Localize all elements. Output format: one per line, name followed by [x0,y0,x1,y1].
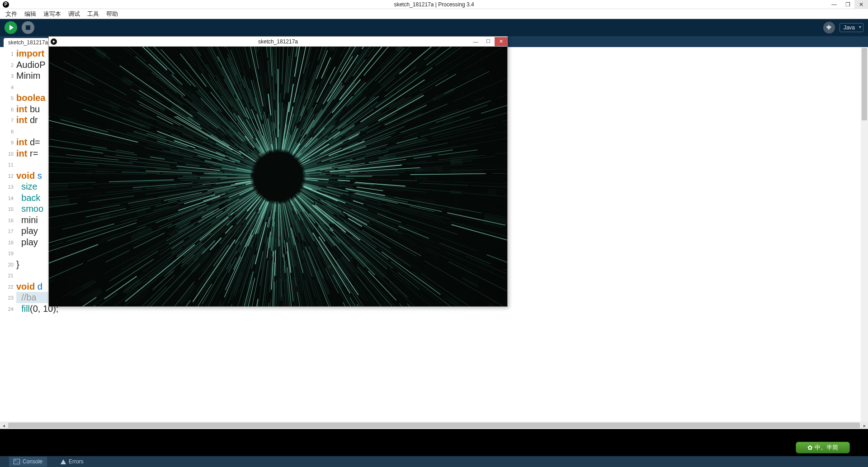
run-button[interactable] [5,21,17,34]
mode-label: Java [844,24,855,31]
ime-label: 中。半简 [815,443,838,452]
menu-file[interactable]: 文件 [2,9,21,19]
menu-debug[interactable]: 调试 [65,9,84,19]
horizontal-scrollbar[interactable]: ◂ ▸ [0,422,868,429]
hscroll-left-icon[interactable]: ◂ [0,422,7,429]
sketch-close-button[interactable]: ✕ [495,37,507,46]
status-console-label: Console [23,458,42,465]
os-maximize-button[interactable]: ❐ [841,0,854,9]
play-icon [9,25,14,30]
os-close-button[interactable]: ✕ [854,0,868,9]
status-console-tab[interactable]: Console [9,457,47,467]
menu-edit[interactable]: 编辑 [21,9,40,19]
menu-sketch[interactable]: 速写本 [40,9,65,19]
sketch-maximize-button[interactable]: ☐ [482,37,495,46]
menu-tools[interactable]: 工具 [84,9,103,19]
ime-indicator[interactable]: ✿ 中。半简 [796,442,850,453]
sketch-app-icon [51,38,57,45]
scroll-thumb[interactable] [862,48,867,120]
debug-button[interactable] [823,22,835,33]
os-titlebar: P sketch_181217a | Processing 3.4 — ❐ ✕ [0,0,868,9]
window-title: sketch_181217a | Processing 3.4 [394,1,474,8]
sketch-canvas-holder [49,47,507,306]
gutter: 123456789101112131415161718192021222324 [0,47,16,422]
warning-icon [61,459,66,464]
butterfly-icon [826,24,833,31]
sketch-window-title: sketch_181217a [258,38,298,45]
hscroll-right-icon[interactable]: ▸ [861,422,868,429]
status-errors-label: Errors [69,458,84,465]
tab-label: sketch_181217a [8,39,48,46]
sketch-titlebar[interactable]: sketch_181217a — ☐ ✕ [49,37,507,47]
menu-help[interactable]: 帮助 [103,9,122,19]
status-errors-tab[interactable]: Errors [56,457,88,467]
console-panel: ✿ 中。半简 [0,429,868,456]
vertical-scrollbar[interactable] [861,47,868,422]
sketch-minimize-button[interactable]: — [469,37,482,46]
os-minimize-button[interactable]: — [827,0,841,9]
console-icon [14,459,20,464]
sketch-canvas [49,47,507,306]
menubar: 文件 编辑 速写本 调试 工具 帮助 [0,9,868,19]
stop-icon [26,25,30,30]
mode-select[interactable]: Java [840,23,863,32]
toolbar: Java [0,19,868,36]
os-window-controls: — ❐ ✕ [827,0,868,9]
stop-button[interactable] [22,21,34,34]
sketch-output-window[interactable]: sketch_181217a — ☐ ✕ [48,36,508,307]
processing-app-icon: P [3,1,9,8]
hscroll-thumb[interactable] [8,423,860,428]
ime-flower-icon: ✿ [807,444,813,451]
statusbar: Console Errors [0,456,868,467]
